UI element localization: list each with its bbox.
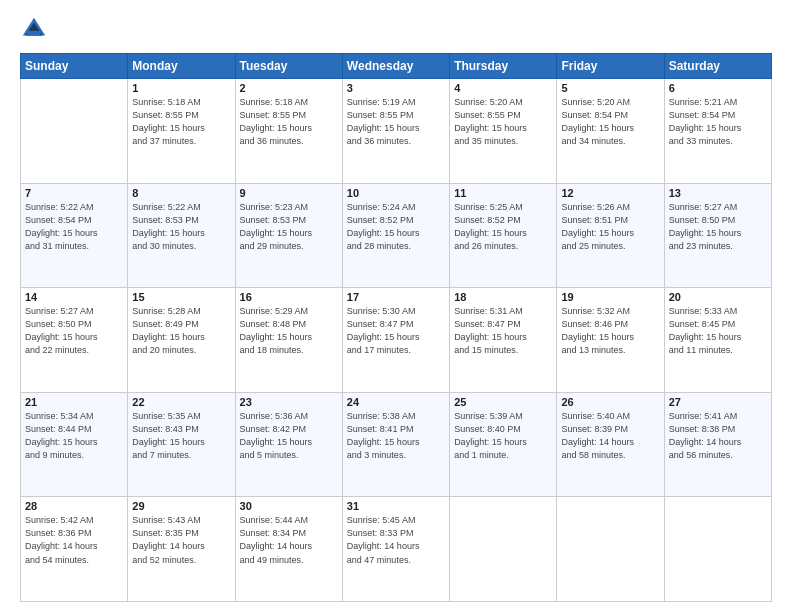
calendar-cell: 10Sunrise: 5:24 AMSunset: 8:52 PMDayligh… (342, 183, 449, 288)
day-number: 1 (132, 82, 230, 94)
calendar-cell (557, 497, 664, 602)
day-info: Sunrise: 5:19 AMSunset: 8:55 PMDaylight:… (347, 96, 445, 148)
calendar: SundayMondayTuesdayWednesdayThursdayFrid… (20, 53, 772, 602)
day-number: 3 (347, 82, 445, 94)
day-info: Sunrise: 5:43 AMSunset: 8:35 PMDaylight:… (132, 514, 230, 566)
calendar-cell: 8Sunrise: 5:22 AMSunset: 8:53 PMDaylight… (128, 183, 235, 288)
day-number: 21 (25, 396, 123, 408)
day-number: 4 (454, 82, 552, 94)
day-number: 5 (561, 82, 659, 94)
weekday-header: Saturday (664, 54, 771, 79)
calendar-cell: 18Sunrise: 5:31 AMSunset: 8:47 PMDayligh… (450, 288, 557, 393)
calendar-week-row: 28Sunrise: 5:42 AMSunset: 8:36 PMDayligh… (21, 497, 772, 602)
page: SundayMondayTuesdayWednesdayThursdayFrid… (0, 0, 792, 612)
day-number: 13 (669, 187, 767, 199)
day-info: Sunrise: 5:27 AMSunset: 8:50 PMDaylight:… (25, 305, 123, 357)
day-number: 30 (240, 500, 338, 512)
calendar-week-row: 21Sunrise: 5:34 AMSunset: 8:44 PMDayligh… (21, 392, 772, 497)
day-number: 31 (347, 500, 445, 512)
day-info: Sunrise: 5:33 AMSunset: 8:45 PMDaylight:… (669, 305, 767, 357)
day-number: 25 (454, 396, 552, 408)
day-number: 15 (132, 291, 230, 303)
day-number: 17 (347, 291, 445, 303)
day-number: 2 (240, 82, 338, 94)
day-number: 7 (25, 187, 123, 199)
day-number: 28 (25, 500, 123, 512)
weekday-header-row: SundayMondayTuesdayWednesdayThursdayFrid… (21, 54, 772, 79)
day-number: 12 (561, 187, 659, 199)
day-number: 27 (669, 396, 767, 408)
weekday-header: Tuesday (235, 54, 342, 79)
calendar-cell: 29Sunrise: 5:43 AMSunset: 8:35 PMDayligh… (128, 497, 235, 602)
day-info: Sunrise: 5:30 AMSunset: 8:47 PMDaylight:… (347, 305, 445, 357)
calendar-cell: 23Sunrise: 5:36 AMSunset: 8:42 PMDayligh… (235, 392, 342, 497)
day-info: Sunrise: 5:40 AMSunset: 8:39 PMDaylight:… (561, 410, 659, 462)
calendar-cell: 24Sunrise: 5:38 AMSunset: 8:41 PMDayligh… (342, 392, 449, 497)
calendar-cell: 27Sunrise: 5:41 AMSunset: 8:38 PMDayligh… (664, 392, 771, 497)
calendar-cell: 1Sunrise: 5:18 AMSunset: 8:55 PMDaylight… (128, 79, 235, 184)
day-number: 29 (132, 500, 230, 512)
logo-icon (20, 15, 48, 43)
day-info: Sunrise: 5:25 AMSunset: 8:52 PMDaylight:… (454, 201, 552, 253)
day-info: Sunrise: 5:28 AMSunset: 8:49 PMDaylight:… (132, 305, 230, 357)
calendar-week-row: 14Sunrise: 5:27 AMSunset: 8:50 PMDayligh… (21, 288, 772, 393)
weekday-header: Sunday (21, 54, 128, 79)
day-number: 8 (132, 187, 230, 199)
day-info: Sunrise: 5:20 AMSunset: 8:54 PMDaylight:… (561, 96, 659, 148)
weekday-header: Monday (128, 54, 235, 79)
logo (20, 15, 52, 43)
day-info: Sunrise: 5:18 AMSunset: 8:55 PMDaylight:… (240, 96, 338, 148)
day-number: 11 (454, 187, 552, 199)
day-info: Sunrise: 5:26 AMSunset: 8:51 PMDaylight:… (561, 201, 659, 253)
day-info: Sunrise: 5:24 AMSunset: 8:52 PMDaylight:… (347, 201, 445, 253)
calendar-cell: 28Sunrise: 5:42 AMSunset: 8:36 PMDayligh… (21, 497, 128, 602)
calendar-cell: 7Sunrise: 5:22 AMSunset: 8:54 PMDaylight… (21, 183, 128, 288)
day-info: Sunrise: 5:35 AMSunset: 8:43 PMDaylight:… (132, 410, 230, 462)
day-info: Sunrise: 5:42 AMSunset: 8:36 PMDaylight:… (25, 514, 123, 566)
weekday-header: Wednesday (342, 54, 449, 79)
calendar-cell: 4Sunrise: 5:20 AMSunset: 8:55 PMDaylight… (450, 79, 557, 184)
calendar-cell: 17Sunrise: 5:30 AMSunset: 8:47 PMDayligh… (342, 288, 449, 393)
day-info: Sunrise: 5:45 AMSunset: 8:33 PMDaylight:… (347, 514, 445, 566)
day-info: Sunrise: 5:27 AMSunset: 8:50 PMDaylight:… (669, 201, 767, 253)
day-info: Sunrise: 5:23 AMSunset: 8:53 PMDaylight:… (240, 201, 338, 253)
calendar-cell: 3Sunrise: 5:19 AMSunset: 8:55 PMDaylight… (342, 79, 449, 184)
calendar-cell: 12Sunrise: 5:26 AMSunset: 8:51 PMDayligh… (557, 183, 664, 288)
calendar-cell (450, 497, 557, 602)
day-info: Sunrise: 5:39 AMSunset: 8:40 PMDaylight:… (454, 410, 552, 462)
day-number: 19 (561, 291, 659, 303)
day-number: 10 (347, 187, 445, 199)
day-info: Sunrise: 5:38 AMSunset: 8:41 PMDaylight:… (347, 410, 445, 462)
day-info: Sunrise: 5:44 AMSunset: 8:34 PMDaylight:… (240, 514, 338, 566)
day-info: Sunrise: 5:32 AMSunset: 8:46 PMDaylight:… (561, 305, 659, 357)
day-info: Sunrise: 5:18 AMSunset: 8:55 PMDaylight:… (132, 96, 230, 148)
calendar-cell: 22Sunrise: 5:35 AMSunset: 8:43 PMDayligh… (128, 392, 235, 497)
calendar-cell: 2Sunrise: 5:18 AMSunset: 8:55 PMDaylight… (235, 79, 342, 184)
calendar-cell: 15Sunrise: 5:28 AMSunset: 8:49 PMDayligh… (128, 288, 235, 393)
calendar-cell: 13Sunrise: 5:27 AMSunset: 8:50 PMDayligh… (664, 183, 771, 288)
weekday-header: Friday (557, 54, 664, 79)
day-info: Sunrise: 5:22 AMSunset: 8:54 PMDaylight:… (25, 201, 123, 253)
day-info: Sunrise: 5:20 AMSunset: 8:55 PMDaylight:… (454, 96, 552, 148)
day-number: 20 (669, 291, 767, 303)
calendar-cell: 14Sunrise: 5:27 AMSunset: 8:50 PMDayligh… (21, 288, 128, 393)
header (20, 15, 772, 43)
calendar-cell: 20Sunrise: 5:33 AMSunset: 8:45 PMDayligh… (664, 288, 771, 393)
calendar-cell: 26Sunrise: 5:40 AMSunset: 8:39 PMDayligh… (557, 392, 664, 497)
calendar-week-row: 7Sunrise: 5:22 AMSunset: 8:54 PMDaylight… (21, 183, 772, 288)
day-info: Sunrise: 5:36 AMSunset: 8:42 PMDaylight:… (240, 410, 338, 462)
day-info: Sunrise: 5:22 AMSunset: 8:53 PMDaylight:… (132, 201, 230, 253)
day-number: 18 (454, 291, 552, 303)
calendar-cell: 6Sunrise: 5:21 AMSunset: 8:54 PMDaylight… (664, 79, 771, 184)
calendar-cell: 5Sunrise: 5:20 AMSunset: 8:54 PMDaylight… (557, 79, 664, 184)
day-number: 23 (240, 396, 338, 408)
day-number: 9 (240, 187, 338, 199)
calendar-cell: 19Sunrise: 5:32 AMSunset: 8:46 PMDayligh… (557, 288, 664, 393)
day-info: Sunrise: 5:21 AMSunset: 8:54 PMDaylight:… (669, 96, 767, 148)
day-info: Sunrise: 5:31 AMSunset: 8:47 PMDaylight:… (454, 305, 552, 357)
calendar-cell (664, 497, 771, 602)
day-number: 24 (347, 396, 445, 408)
day-number: 6 (669, 82, 767, 94)
calendar-cell: 30Sunrise: 5:44 AMSunset: 8:34 PMDayligh… (235, 497, 342, 602)
calendar-cell: 16Sunrise: 5:29 AMSunset: 8:48 PMDayligh… (235, 288, 342, 393)
